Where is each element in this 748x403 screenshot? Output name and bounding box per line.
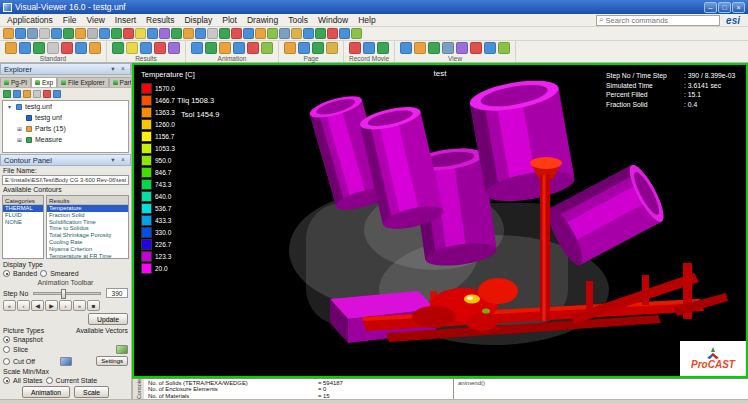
explorer-toolbar-icon[interactable] bbox=[53, 90, 61, 98]
result-item[interactable]: Fraction Solid bbox=[47, 212, 128, 219]
toolbar-icon[interactable] bbox=[284, 42, 296, 54]
toolbar-icon[interactable] bbox=[327, 28, 338, 39]
toolbar-icon[interactable] bbox=[243, 28, 254, 39]
toolbar-icon[interactable] bbox=[39, 28, 50, 39]
toolbar-icon[interactable] bbox=[303, 28, 314, 39]
toolbar-icon[interactable] bbox=[205, 42, 217, 54]
tree-root[interactable]: ▾ testg.unf bbox=[3, 101, 128, 112]
toolbar-icon[interactable] bbox=[219, 42, 231, 54]
result-item[interactable]: Cooling Rate bbox=[47, 239, 128, 246]
search-input[interactable] bbox=[606, 16, 718, 25]
result-item[interactable]: Total Shrinkage Porosity bbox=[47, 232, 128, 239]
toolbar-icon[interactable] bbox=[168, 42, 180, 54]
toolbar-icon[interactable] bbox=[298, 42, 310, 54]
explorer-tab[interactable]: File Explorer bbox=[57, 77, 108, 87]
toolbar-icon[interactable] bbox=[15, 28, 26, 39]
panel-pin-icon[interactable]: ▾ bbox=[109, 65, 117, 73]
toolbar-icon[interactable] bbox=[63, 28, 74, 39]
console-command-area[interactable]: animend() bbox=[454, 379, 748, 399]
update-button[interactable]: Update bbox=[88, 313, 128, 325]
tree-expand-icon[interactable]: ▾ bbox=[6, 103, 13, 110]
toolbar-icon[interactable] bbox=[27, 28, 38, 39]
result-item[interactable]: Time to Solidus bbox=[47, 225, 128, 232]
toolbar-icon[interactable] bbox=[351, 28, 362, 39]
toolbar-icon[interactable] bbox=[147, 28, 158, 39]
toolbar-icon[interactable] bbox=[207, 28, 218, 39]
toolbar-icon[interactable] bbox=[51, 28, 62, 39]
viewport-3d[interactable]: test Temperature [C] 1570.0 1466.7 bbox=[132, 63, 748, 378]
category-item[interactable]: NONE bbox=[3, 219, 43, 226]
menu-item[interactable]: Plot bbox=[217, 15, 242, 25]
toolbar-icon[interactable] bbox=[400, 42, 412, 54]
menu-item[interactable]: Results bbox=[141, 15, 179, 25]
toolbar-icon[interactable] bbox=[171, 28, 182, 39]
explorer-tab[interactable]: Pg-Pl bbox=[0, 77, 31, 87]
slice-vector-button[interactable] bbox=[116, 345, 128, 354]
panel-close-icon[interactable]: × bbox=[119, 65, 127, 73]
toolbar-icon[interactable] bbox=[363, 42, 375, 54]
playback-button[interactable]: » bbox=[73, 300, 86, 311]
explorer-toolbar-icon[interactable] bbox=[33, 90, 41, 98]
tree-expand-icon[interactable]: ⊞ bbox=[16, 136, 23, 143]
menu-item[interactable]: Display bbox=[179, 15, 217, 25]
close-icon[interactable]: × bbox=[732, 2, 745, 13]
toolbar-icon[interactable] bbox=[414, 42, 426, 54]
toolbar-icon[interactable] bbox=[123, 28, 134, 39]
toolbar-icon[interactable] bbox=[195, 28, 206, 39]
toolbar-icon[interactable] bbox=[315, 28, 326, 39]
menu-item[interactable]: Window bbox=[313, 15, 353, 25]
tree-item[interactable]: ⊞ Measure bbox=[3, 134, 128, 145]
menu-item[interactable]: Applications bbox=[2, 15, 58, 25]
explorer-toolbar-icon[interactable] bbox=[23, 90, 31, 98]
cutoff-vector-button[interactable] bbox=[60, 357, 72, 366]
toolbar-icon[interactable] bbox=[3, 28, 14, 39]
playback-button[interactable]: › bbox=[59, 300, 72, 311]
toolbar-icon[interactable] bbox=[326, 42, 338, 54]
menu-item[interactable]: Help bbox=[353, 15, 380, 25]
menu-item[interactable]: Drawing bbox=[242, 15, 283, 25]
file-path-value[interactable]: E:\Installs\ESI\Test\Body CG 3-600 Rev-0… bbox=[2, 175, 129, 185]
toolbar-icon[interactable] bbox=[219, 28, 230, 39]
toolbar-icon[interactable] bbox=[154, 42, 166, 54]
toolbar-icon[interactable] bbox=[339, 28, 350, 39]
explorer-tab[interactable]: Exp bbox=[31, 77, 57, 87]
toolbar-icon[interactable] bbox=[126, 42, 138, 54]
toolbar-icon[interactable] bbox=[231, 28, 242, 39]
toolbar-icon[interactable] bbox=[5, 42, 17, 54]
all-states-radio[interactable] bbox=[3, 377, 10, 384]
slice-radio[interactable] bbox=[3, 346, 10, 353]
toolbar-icon[interactable] bbox=[233, 42, 245, 54]
toolbar-icon[interactable] bbox=[261, 42, 273, 54]
banded-radio[interactable] bbox=[3, 270, 10, 277]
menu-item[interactable]: Insert bbox=[110, 15, 141, 25]
toolbar-icon[interactable] bbox=[291, 28, 302, 39]
toolbar-icon[interactable] bbox=[89, 42, 101, 54]
result-item[interactable]: Temperature at FR Time bbox=[47, 253, 128, 259]
toolbar-icon[interactable] bbox=[33, 42, 45, 54]
explorer-tab[interactable]: Part bbox=[109, 77, 132, 87]
toolbar-icon[interactable] bbox=[135, 28, 146, 39]
toolbar-icon[interactable] bbox=[191, 42, 203, 54]
panel-close-icon[interactable]: × bbox=[119, 156, 127, 164]
playback-button[interactable]: ‹ bbox=[17, 300, 30, 311]
step-slider[interactable] bbox=[33, 292, 101, 295]
toolbar-icon[interactable] bbox=[312, 42, 324, 54]
toolbar-icon[interactable] bbox=[267, 28, 278, 39]
toolbar-icon[interactable] bbox=[470, 42, 482, 54]
toolbar-icon[interactable] bbox=[19, 42, 31, 54]
playback-button[interactable]: ◀ bbox=[31, 300, 44, 311]
menu-item[interactable]: View bbox=[82, 15, 110, 25]
panel-pin-icon[interactable]: ▾ bbox=[109, 156, 117, 164]
explorer-toolbar-icon[interactable] bbox=[13, 90, 21, 98]
current-state-radio[interactable] bbox=[46, 377, 53, 384]
menu-item[interactable]: File bbox=[58, 15, 82, 25]
toolbar-icon[interactable] bbox=[47, 42, 59, 54]
toolbar-icon[interactable] bbox=[99, 28, 110, 39]
playback-button[interactable]: ■ bbox=[87, 300, 100, 311]
tree-item[interactable]: ⊞ Parts (15) bbox=[3, 123, 128, 134]
settings-button[interactable]: Settings bbox=[96, 356, 128, 366]
slider-thumb[interactable] bbox=[61, 289, 66, 299]
toolbar-icon[interactable] bbox=[377, 42, 389, 54]
maximize-icon[interactable]: □ bbox=[718, 2, 731, 13]
toolbar-icon[interactable] bbox=[140, 42, 152, 54]
